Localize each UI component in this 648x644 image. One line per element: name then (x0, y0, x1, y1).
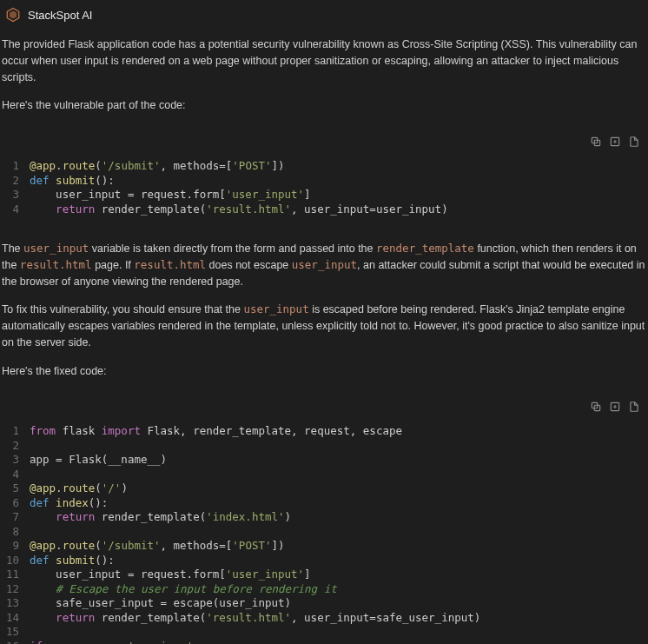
chat-content: The provided Flask application code has … (0, 37, 648, 644)
line-number: 3 (2, 188, 30, 202)
code-block-vulnerable: 1@app.route('/submit', methods=['POST'])… (2, 131, 646, 220)
line-number: 1 (2, 159, 30, 174)
line-number: 4 (2, 468, 30, 482)
code-text (30, 525, 646, 540)
line-number: 8 (2, 525, 30, 540)
code-text: return render_template('result.html', us… (30, 611, 646, 626)
code-text: if __name__ == '__main__': (30, 640, 646, 644)
code-lines: 1@app.route('/submit', methods=['POST'])… (2, 156, 646, 220)
code-text: def submit(): (30, 554, 646, 568)
code-text (30, 468, 646, 482)
line-number: 3 (2, 453, 30, 468)
code-text (30, 625, 646, 640)
insert-icon[interactable] (608, 400, 622, 414)
code-text: app = Flask(__name__) (30, 453, 646, 468)
code-text: @app.route('/submit', methods=['POST']) (30, 539, 646, 554)
line-number: 15 (2, 625, 30, 640)
explanation-paragraph: The provided Flask application code has … (2, 37, 646, 85)
panel-header: StackSpot AI (0, 0, 648, 31)
line-number: 5 (2, 481, 30, 496)
code-lines: 1from flask import Flask, render_templat… (2, 421, 646, 644)
line-number: 13 (2, 596, 30, 611)
copy-icon[interactable] (589, 135, 603, 149)
lead-in-text: Here's the vulnerable part of the code: (2, 97, 646, 114)
code-text: user_input = request.form['user_input'] (30, 568, 646, 582)
line-number: 14 (2, 611, 30, 626)
line-number: 2 (2, 174, 30, 189)
code-block-fixed: 1from flask import Flask, render_templat… (2, 396, 646, 644)
line-number: 12 (2, 582, 30, 597)
new-file-icon[interactable] (627, 135, 641, 149)
copy-icon[interactable] (589, 400, 603, 414)
line-number: 6 (2, 496, 30, 511)
line-number: 9 (2, 539, 30, 554)
line-number: 16 (2, 640, 30, 644)
line-number: 11 (2, 568, 30, 582)
line-number: 10 (2, 554, 30, 568)
svg-marker-1 (10, 11, 17, 19)
code-text (30, 439, 646, 454)
code-text: from flask import Flask, render_template… (30, 424, 646, 439)
line-number: 4 (2, 202, 30, 217)
code-text: return render_template('index.html') (30, 510, 646, 525)
explanation-paragraph: The user_input variable is taken directl… (2, 241, 646, 289)
code-text: @app.route('/submit', methods=['POST']) (30, 159, 646, 174)
code-text: safe_user_input = escape(user_input) (30, 596, 646, 611)
code-toolbar (2, 396, 646, 421)
line-number: 7 (2, 510, 30, 525)
code-text: # Escape the user input before rendering… (30, 582, 646, 597)
insert-icon[interactable] (608, 135, 622, 149)
code-text: def submit(): (30, 174, 646, 189)
lead-in-text: Here's the fixed code: (2, 363, 646, 380)
line-number: 1 (2, 424, 30, 439)
stackspot-logo-icon (5, 7, 21, 23)
code-text: user_input = request.form['user_input'] (30, 188, 646, 202)
panel-title: StackSpot AI (28, 9, 92, 22)
new-file-icon[interactable] (627, 400, 641, 414)
code-text: return render_template('result.html', us… (30, 202, 646, 217)
code-toolbar (2, 131, 646, 156)
explanation-paragraph: To fix this vulnerability, you should en… (2, 302, 646, 350)
line-number: 2 (2, 439, 30, 454)
code-text: def index(): (30, 496, 646, 511)
code-text: @app.route('/') (30, 481, 646, 496)
